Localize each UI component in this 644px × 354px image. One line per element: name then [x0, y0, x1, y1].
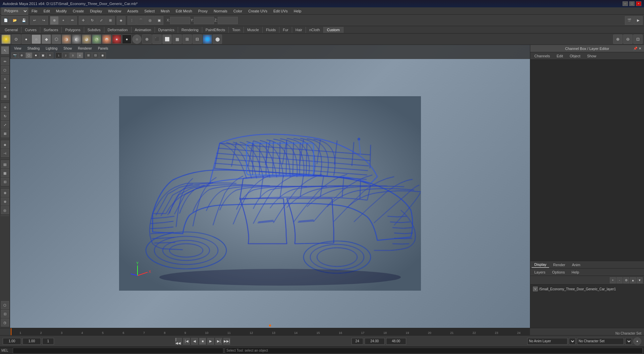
- range-end-field[interactable]: [352, 338, 363, 345]
- tool-snap-curve[interactable]: ⌒: [137, 16, 145, 25]
- play-back-button[interactable]: ◀: [191, 338, 198, 345]
- range-start-field[interactable]: [42, 338, 54, 345]
- vp-tool-wireframe[interactable]: ⬡: [25, 52, 32, 58]
- shelf-icon-dark3[interactable]: ⊗: [142, 35, 152, 44]
- anim-layer-dropdown[interactable]: [569, 338, 576, 345]
- shelf-icon-point[interactable]: ●: [21, 35, 31, 44]
- tool-bottom2[interactable]: ⊡: [1, 310, 9, 318]
- shelf-icon-volume[interactable]: ⬡: [52, 35, 61, 44]
- stop-button[interactable]: ■: [199, 338, 206, 345]
- tool-paint-select[interactable]: ✏: [68, 16, 77, 25]
- help-subtab[interactable]: Help: [569, 270, 582, 275]
- character-set-input[interactable]: No Character Set: [577, 338, 624, 345]
- shelf-icon-shader4[interactable]: ◔: [92, 35, 101, 44]
- tool-rotate2[interactable]: ↻: [1, 112, 9, 120]
- timeline-area[interactable]: 1 2 3 4 5 6 7 8 9 10 11 12 13 14 15 16 1…: [0, 328, 644, 335]
- tool-snap2[interactable]: ◈: [1, 140, 9, 149]
- vp-menu-show[interactable]: Show: [61, 46, 74, 51]
- menu-modify[interactable]: Modify: [53, 8, 69, 14]
- autokey-button[interactable]: ●: [633, 337, 641, 345]
- shelf-custom[interactable]: Custom: [324, 27, 343, 33]
- tool-layers[interactable]: ▤: [1, 160, 9, 168]
- layer-options[interactable]: ⚙: [623, 277, 629, 283]
- cb-tab-show[interactable]: Show: [584, 53, 599, 59]
- maximize-button[interactable]: □: [629, 1, 635, 6]
- shelf-surfaces[interactable]: Surfaces: [40, 27, 62, 33]
- vp-menu-view[interactable]: View: [11, 46, 24, 51]
- viewport[interactable]: View Shading Lighting Show Renderer Pane…: [10, 45, 530, 328]
- shelf-icon-shader3[interactable]: ◕: [82, 35, 91, 44]
- shelf-icon-render3[interactable]: ▦: [172, 35, 182, 44]
- shelf-icon-area[interactable]: ◆: [42, 35, 51, 44]
- menu-window[interactable]: Window: [105, 8, 124, 14]
- tool-select-mode[interactable]: ↖: [1, 46, 9, 54]
- shelf-icon-dark1[interactable]: ●: [122, 35, 131, 44]
- tool-rivet[interactable]: ⊕: [1, 189, 9, 197]
- anim-layer-input[interactable]: No Anim Layer: [527, 338, 568, 345]
- playback-start-field[interactable]: [22, 338, 41, 345]
- tool-sculpt[interactable]: ⬡: [1, 66, 9, 74]
- menu-select[interactable]: Select: [142, 8, 157, 14]
- shelf-icon-shader5[interactable]: ◓: [102, 35, 111, 44]
- layer-visibility-toggle[interactable]: V: [533, 287, 538, 291]
- shelf-icon-render1[interactable]: ⬛: [152, 35, 162, 44]
- menu-proxy[interactable]: Proxy: [196, 8, 210, 14]
- layer-down[interactable]: ▼: [637, 277, 643, 283]
- shelf-icon-dark2[interactable]: ○: [132, 35, 142, 44]
- skip-to-start-button[interactable]: |◀◀: [175, 338, 182, 345]
- tool-uv[interactable]: ⊟: [1, 178, 9, 186]
- menu-mesh[interactable]: Mesh: [158, 8, 172, 14]
- translate-z[interactable]: [218, 17, 238, 24]
- menu-normals[interactable]: Normals: [211, 8, 230, 14]
- options-subtab[interactable]: Options: [549, 270, 568, 275]
- tool-split[interactable]: ✦: [1, 83, 9, 92]
- translate-y[interactable]: [194, 17, 214, 24]
- tool-rotate[interactable]: ↻: [88, 16, 97, 25]
- shelf-ncloth[interactable]: nCloth: [306, 27, 324, 33]
- skip-to-end-button[interactable]: ▶▶|: [223, 338, 230, 345]
- shelf-icon-render6[interactable]: ⬤: [213, 35, 222, 44]
- shelf-icon-spot[interactable]: ○: [32, 35, 41, 44]
- tool-scale2[interactable]: ⤢: [1, 121, 9, 129]
- tool-transform2[interactable]: ⊠: [1, 129, 9, 137]
- tool-render-settings[interactable]: 🎬: [625, 16, 634, 25]
- tool-camera-settings[interactable]: ◷: [1, 318, 9, 327]
- play-forward-button[interactable]: ▶: [207, 338, 214, 345]
- tool-new[interactable]: 📄: [1, 16, 10, 25]
- shelf-deformation[interactable]: Deformation: [104, 27, 131, 33]
- vp-shading-4[interactable]: 4: [76, 52, 83, 58]
- shelf-hair[interactable]: Hair: [292, 27, 306, 33]
- shelf-icon-render4[interactable]: ⊞: [182, 35, 192, 44]
- layer-name-label[interactable]: /Small_Economy_Three_Door_Generic_Car_la…: [539, 287, 641, 291]
- layer-up[interactable]: ▲: [630, 277, 636, 283]
- layers-subtab[interactable]: Layers: [532, 270, 548, 275]
- shelf-icon-render2[interactable]: ⬜: [162, 35, 172, 44]
- layer-delete[interactable]: -: [616, 277, 623, 283]
- vp-tool-light[interactable]: ☀: [47, 52, 53, 58]
- menu-create[interactable]: Create: [70, 8, 87, 14]
- vp-menu-lighting[interactable]: Lighting: [43, 46, 60, 51]
- shelf-icon-extra2[interactable]: ⊖: [623, 35, 633, 44]
- end-frame-field[interactable]: [386, 338, 406, 345]
- cb-pin-icon[interactable]: 📌: [633, 47, 637, 50]
- step-back-button[interactable]: |◀: [183, 338, 190, 345]
- character-set-dropdown[interactable]: [625, 338, 632, 345]
- menu-help[interactable]: Help: [291, 8, 304, 14]
- menu-edit-mesh[interactable]: Edit Mesh: [173, 8, 195, 14]
- mel-input-field[interactable]: [13, 348, 223, 354]
- tool-snap-grid[interactable]: ⋮: [127, 16, 136, 25]
- menu-assets[interactable]: Assets: [124, 8, 141, 14]
- shelf-icon-directional[interactable]: ⊙: [11, 35, 21, 44]
- shelf-subdivs[interactable]: Subdivs: [84, 27, 104, 33]
- vp-tool-texture[interactable]: ▣: [40, 52, 46, 58]
- shelf-icon-shader1[interactable]: ◑: [62, 35, 71, 44]
- shelf-icon-globe[interactable]: 🌐: [203, 35, 212, 44]
- vp-tool-isolate[interactable]: ◉: [99, 52, 106, 58]
- shelf-icon-ambient[interactable]: ☀: [1, 35, 11, 44]
- start-frame-field[interactable]: [3, 338, 21, 345]
- current-frame-field[interactable]: [365, 338, 385, 345]
- vp-tool-solid[interactable]: ■: [33, 52, 39, 58]
- tool-bottom1[interactable]: ⬡: [1, 301, 9, 309]
- title-bar-controls[interactable]: ─ □ ✕: [623, 1, 641, 6]
- tool-render3[interactable]: ▦: [1, 169, 9, 177]
